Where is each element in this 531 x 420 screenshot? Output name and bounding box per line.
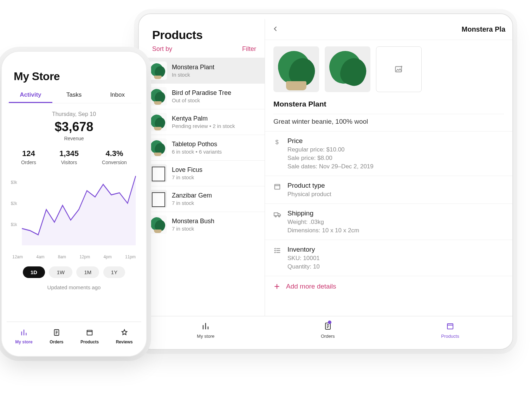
product-row-name: Kentya Palm (172, 115, 235, 122)
product-thumb (149, 138, 167, 157)
product-row-status: 7 in stock (172, 174, 202, 180)
product-thumb (149, 113, 167, 131)
product-row-status: Out of stock (172, 97, 231, 103)
inventory-qty: Quantity: 10 (287, 263, 320, 270)
detail-header-title: Monstera Pla (286, 25, 505, 33)
product-thumb (149, 62, 167, 80)
product-row[interactable]: Zanzibar Gem7 in stock (144, 186, 265, 212)
phone-bottom-tabs: My storeOrdersProductsReviews (7, 322, 141, 351)
svg-rect-12 (87, 330, 92, 335)
tab-label: Orders (321, 334, 335, 339)
tab-label: My store (15, 340, 32, 344)
product-row-name: Zanzibar Gem (172, 192, 212, 199)
product-row[interactable]: Bird of Paradise TreeOut of stock (144, 83, 265, 109)
shipping-section[interactable]: Shipping Weight: .03kg Dimensions: 10 x … (265, 204, 512, 240)
product-row-status: 6 in stock • 6 variants (172, 149, 222, 155)
shipping-dims: Dimensions: 10 x 10 x 2cm (287, 227, 359, 234)
product-row[interactable]: Tabletop Pothos6 in stock • 6 variants (144, 135, 265, 160)
plus-icon (273, 283, 280, 290)
stat-orders: 124Orders (21, 149, 36, 165)
svg-point-4 (275, 216, 277, 217)
price-dates: Sale dates: Nov 29–Dec 2, 2019 (287, 163, 374, 170)
date-label: Thursday, Sep 10 (7, 111, 141, 117)
chart-xtick: 12am (12, 254, 23, 259)
tablet-device: Products Sort by Filter Monstera PlantIn… (138, 13, 513, 350)
truck-icon (273, 211, 281, 218)
product-list-panel: Products Sort by Filter Monstera PlantIn… (144, 19, 265, 316)
product-images (265, 40, 512, 98)
stat-label: Visitors (61, 160, 77, 165)
tab-products[interactable]: Products (441, 322, 459, 339)
product-type-section[interactable]: Product type Physical product (265, 176, 512, 204)
chart-xlabels: 12am4am8am12pm4pm11pm (7, 254, 141, 259)
product-image-2[interactable] (325, 46, 370, 92)
tab-label: Orders (50, 340, 63, 344)
add-more-label: Add more details (286, 283, 336, 290)
price-section[interactable]: $ Price Regular price: $10.00 Sale price… (265, 131, 512, 176)
chart-xtick: 11pm (125, 254, 136, 259)
tab-mystore[interactable]: My store (15, 329, 32, 344)
price-heading: Price (287, 137, 374, 145)
svg-text:$1k: $1k (11, 222, 17, 227)
revenue-label: Revenue (7, 136, 141, 141)
back-button[interactable] (272, 25, 286, 34)
bar-chart-icon (201, 322, 210, 331)
range-1D[interactable]: 1D (23, 266, 45, 278)
product-row[interactable]: Monstera Bush7 in stock (144, 212, 265, 237)
product-row-status: 7 in stock (172, 226, 214, 232)
svg-rect-2 (275, 185, 280, 189)
tab-inbox[interactable]: Inbox (96, 88, 139, 103)
svg-point-5 (279, 216, 280, 217)
badge-dot (328, 321, 331, 324)
inventory-sku: SKU: 10001 (287, 255, 320, 262)
revenue-value: $3,678 (7, 119, 141, 134)
svg-text:$3k: $3k (11, 180, 17, 185)
add-more-details-button[interactable]: Add more details (265, 276, 512, 297)
tablet-screen: Products Sort by Filter Monstera PlantIn… (144, 19, 512, 344)
chevron-left-icon (272, 25, 279, 32)
svg-text:$2k: $2k (11, 201, 17, 206)
chart-xtick: 8am (58, 254, 66, 259)
product-row-name: Monstera Plant (172, 64, 214, 71)
add-image-icon (394, 65, 403, 74)
ptype-heading: Product type (287, 182, 331, 189)
svg-text:$: $ (276, 139, 279, 145)
box-icon (86, 329, 93, 337)
shipping-heading: Shipping (287, 209, 359, 217)
tab-orders[interactable]: Orders (50, 329, 63, 344)
product-row[interactable]: Love Ficus7 in stock (144, 160, 265, 186)
phone-device: My Store ActivityTasksInbox Thursday, Se… (1, 51, 147, 357)
inventory-heading: Inventory (287, 246, 320, 253)
product-row[interactable]: Kentya PalmPending review • 2 in stock (144, 109, 265, 135)
product-row[interactable]: Monstera PlantIn stock (144, 58, 265, 83)
time-range-selector: 1D1W1M1Y (7, 266, 141, 278)
products-heading: Products (152, 28, 265, 42)
product-thumb (149, 215, 167, 234)
inventory-section[interactable]: Inventory SKU: 10001 Quantity: 10 (265, 240, 512, 276)
checklist-icon (273, 247, 281, 254)
filter-button[interactable]: Filter (242, 45, 256, 53)
product-description: Great winter beanie, 100% wool (273, 118, 504, 125)
box-icon (273, 183, 281, 190)
tab-tasks[interactable]: Tasks (52, 88, 96, 103)
tab-reviews[interactable]: Reviews (116, 329, 133, 344)
tab-mystore[interactable]: My store (197, 322, 214, 339)
tab-products[interactable]: Products (80, 329, 99, 344)
tab-label: Products (80, 340, 99, 344)
range-1Y[interactable]: 1Y (103, 266, 125, 278)
product-row-name: Tabletop Pothos (172, 141, 222, 148)
ptype-line: Physical product (287, 191, 331, 198)
chart-xtick: 12pm (79, 254, 90, 259)
tab-label: Products (441, 334, 459, 339)
range-1W[interactable]: 1W (49, 266, 72, 278)
revenue-chart: $1k$2k$3k (10, 172, 138, 253)
range-1M[interactable]: 1M (76, 266, 99, 278)
product-thumb (149, 190, 167, 208)
product-list[interactable]: Monstera PlantIn stockBird of Paradise T… (144, 58, 265, 316)
tab-orders[interactable]: Orders (321, 322, 335, 339)
sort-by-button[interactable]: Sort by (152, 45, 172, 53)
add-image-button[interactable] (376, 46, 422, 92)
product-image-1[interactable] (273, 46, 319, 92)
stat-label: Conversion (102, 160, 127, 165)
tab-activity[interactable]: Activity (9, 88, 52, 103)
